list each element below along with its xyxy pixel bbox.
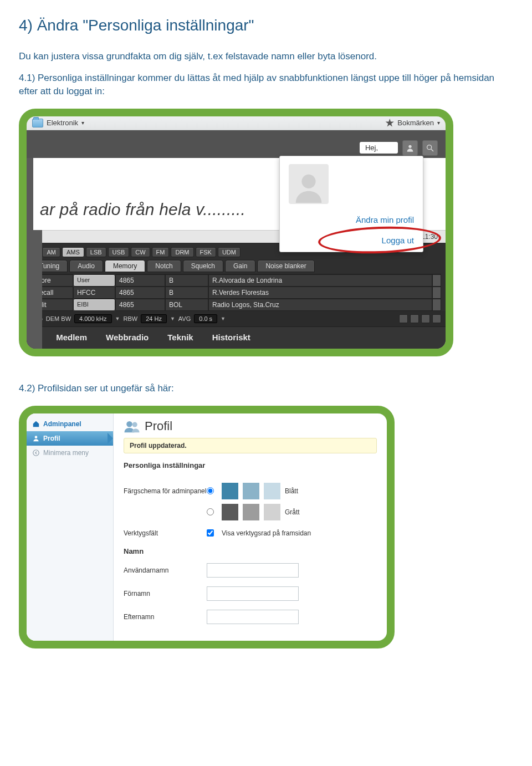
username-label: Användarnamn	[124, 566, 207, 574]
collapse-icon	[32, 449, 40, 457]
color-radio-blue[interactable]	[207, 487, 214, 494]
tab-squelch[interactable]: Squelch	[183, 260, 223, 272]
color-name-blue: Blått	[285, 487, 309, 495]
control-tabs: Tuning Audio Memory Notch Squelch Gain N…	[27, 258, 446, 274]
tab-audio[interactable]: Audio	[69, 260, 103, 272]
screenshot-1-frame: Elektronik ▾ Bokmärken ▾ Hej,	[19, 109, 453, 356]
tab-gain[interactable]: Gain	[225, 260, 255, 272]
scroll-down[interactable]	[432, 299, 441, 311]
bottom-controls: udio DEM BW 4.000 kHz ▼ RBW 24 Hz ▼ AVG …	[27, 311, 446, 326]
memory-table: Store User 4865 B R.Alvorada de Londrina…	[31, 274, 441, 311]
band-cell: B	[165, 274, 208, 287]
band-cell: BOL	[165, 299, 208, 311]
svg-point-5	[33, 450, 39, 456]
scroll-up[interactable]	[432, 274, 441, 287]
rbw-label: RBW	[123, 315, 137, 322]
update-banner: Profil uppdaterad.	[124, 438, 377, 453]
tab-noise-blanker[interactable]: Noise blanker	[257, 260, 314, 272]
lock-icon[interactable]	[399, 314, 408, 323]
lastname-row: Efternamn	[124, 605, 377, 629]
avg-value[interactable]: 0.0 s	[194, 314, 217, 323]
section-title: Personliga inställningar	[124, 461, 377, 469]
sidebar-item-profil[interactable]: Profil	[27, 431, 113, 446]
mode-lsb[interactable]: LSB	[86, 247, 106, 257]
bookmarks-label: Bokmärken	[397, 119, 434, 127]
firstname-label: Förnamn	[124, 590, 207, 598]
scroll-track[interactable]	[432, 287, 441, 299]
swatch-blue-2	[243, 483, 259, 499]
profile-header: Profil	[124, 419, 377, 433]
freq-cell: 4865	[115, 299, 165, 311]
profile-header-text: Profil	[145, 419, 172, 433]
edit-profile-link[interactable]: Ändra min profil	[289, 215, 414, 224]
color-name-gray: Grått	[285, 508, 309, 516]
dembw-value[interactable]: 4.000 kHz	[74, 314, 112, 323]
search-icon[interactable]	[422, 140, 438, 156]
eibi-button[interactable]: EIBI	[73, 299, 115, 311]
freq-cell: 4865	[115, 287, 165, 299]
chevron-down-icon[interactable]: ▼	[221, 316, 226, 321]
mode-fsk[interactable]: FSK	[196, 247, 216, 257]
mode-usb[interactable]: USB	[108, 247, 130, 257]
nav-teknik[interactable]: Teknik	[167, 333, 193, 342]
toolbar-label: Verktygsfält	[124, 529, 207, 537]
nav-historiskt[interactable]: Historiskt	[212, 333, 250, 342]
sidebar-item-adminpanel[interactable]: Adminpanel	[27, 417, 113, 431]
user-button[interactable]: User	[73, 274, 115, 287]
svg-point-7	[132, 422, 137, 427]
color-radio-gray[interactable]	[207, 508, 214, 515]
mode-udm[interactable]: UDM	[218, 247, 241, 257]
username-input[interactable]	[207, 563, 299, 578]
station-cell: R.Alvorada de Londrina	[208, 274, 432, 287]
username-row: Användarnamn	[124, 559, 377, 582]
rbw-value[interactable]: 24 Hz	[141, 314, 167, 323]
band-cell: B	[165, 287, 208, 299]
lastname-input[interactable]	[207, 610, 299, 624]
toolbar-checkbox[interactable]	[207, 529, 214, 537]
page-title: 4) Ändra "Personliga inställningar"	[19, 17, 513, 34]
star-icon	[385, 119, 394, 127]
greeting-pill[interactable]: Hej,	[360, 142, 398, 154]
tab-notch[interactable]: Notch	[147, 260, 181, 272]
tab-memory[interactable]: Memory	[105, 260, 145, 272]
hfcc-button[interactable]: HFCC	[73, 287, 115, 299]
svg-point-0	[408, 145, 411, 148]
settings-icon[interactable]	[421, 314, 430, 323]
mode-am[interactable]: AM	[42, 247, 60, 257]
home-icon	[32, 420, 40, 428]
nav-webbradio[interactable]: Webbradio	[106, 333, 149, 342]
mode-ams[interactable]: AMS	[62, 247, 84, 257]
user-icon[interactable]	[402, 140, 418, 156]
chevron-down-icon[interactable]: ▼	[170, 316, 175, 321]
chevron-down-icon[interactable]: ▼	[115, 316, 120, 321]
sidebar-item-label: Minimera meny	[43, 449, 89, 457]
firstname-input[interactable]	[207, 586, 299, 601]
toolbar-row: Verktygsfält Visa verktygsrad på framsid…	[124, 525, 377, 542]
intro-paragraph: Du kan justera vissa grundfakta om dig s…	[19, 50, 513, 64]
tiny-icon-row	[399, 314, 441, 323]
station-cell: R.Verdes Florestas	[208, 287, 432, 299]
svg-point-4	[35, 436, 38, 438]
admin-sidebar: Adminpanel Profil Minimera meny	[27, 413, 114, 641]
step-4-2: 4.2) Profilsidan ser ut ungefär så här:	[19, 382, 513, 396]
step-4-1: 4.1) Personliga inställningar kommer du …	[19, 72, 513, 99]
mode-drm[interactable]: DRM	[171, 247, 193, 257]
avg-label: AVG	[178, 315, 191, 322]
lastname-label: Efternamn	[124, 613, 207, 621]
browser-bookmark-bar: Elektronik ▾ Bokmärken ▾	[27, 116, 446, 130]
dembw-label: DEM BW	[46, 315, 71, 322]
name-section-title: Namn	[124, 547, 377, 555]
save-icon[interactable]	[410, 314, 419, 323]
expand-icon[interactable]	[432, 314, 441, 323]
radio-control-panel: uV AM AMS LSB USB CW FM DRM FSK UDM Tuni…	[27, 243, 446, 349]
page-body: Ändra min profil Logga ut ar på radio fr…	[27, 158, 446, 349]
sidebar-item-minimize[interactable]: Minimera meny	[27, 446, 113, 460]
mode-fm[interactable]: FM	[152, 247, 170, 257]
bookmark-folder[interactable]: Elektronik ▾	[32, 119, 84, 127]
svg-point-1	[427, 145, 432, 150]
mode-cw[interactable]: CW	[131, 247, 150, 257]
user-icon	[32, 435, 40, 442]
toolbar-check-label: Visa verktygsrad på framsidan	[222, 529, 311, 537]
nav-medlem[interactable]: Medlem	[56, 333, 87, 342]
bookmarks-button[interactable]: Bokmärken ▾	[385, 119, 440, 127]
